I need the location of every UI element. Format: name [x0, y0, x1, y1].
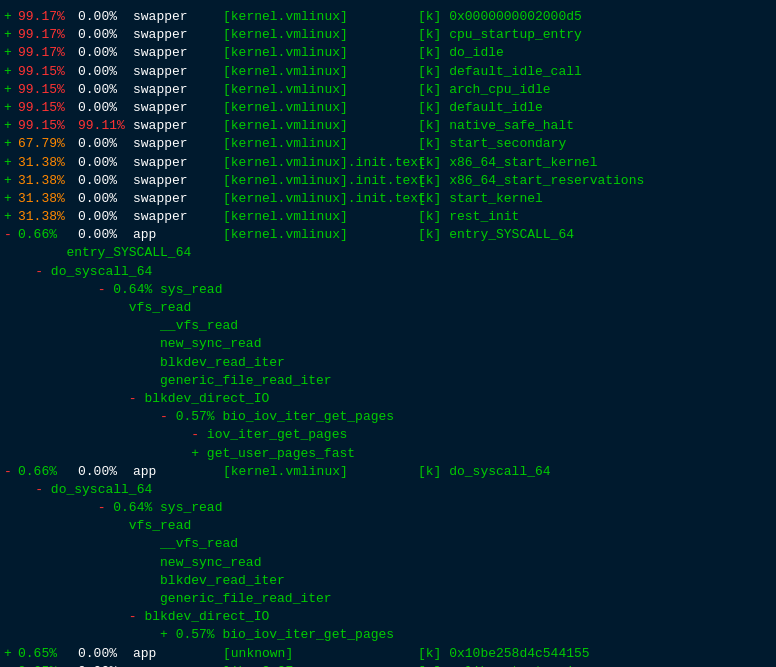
- row-children: 31.38%: [18, 154, 78, 172]
- row-prefix: +: [4, 208, 18, 226]
- row-prefix: -: [4, 463, 18, 481]
- list-item: __vfs_read: [0, 535, 776, 553]
- row-self: 0.00%: [78, 44, 133, 62]
- table-row[interactable]: + 99.17% 0.00% swapper [kernel.vmlinux] …: [0, 44, 776, 62]
- row-prefix: +: [4, 172, 18, 190]
- row-command: swapper: [133, 63, 223, 81]
- row-self: 0.00%: [78, 463, 133, 481]
- table-row[interactable]: + 31.38% 0.00% swapper [kernel.vmlinux].…: [0, 154, 776, 172]
- row-shared: [kernel.vmlinux]: [223, 463, 418, 481]
- row-shared: [kernel.vmlinux]: [223, 117, 418, 135]
- table-row[interactable]: + 99.17% 0.00% swapper [kernel.vmlinux] …: [0, 8, 776, 26]
- row-prefix: +: [4, 190, 18, 208]
- table-row[interactable]: + 31.38% 0.00% swapper [kernel.vmlinux].…: [0, 190, 776, 208]
- row-shared: [unknown]: [223, 645, 418, 663]
- table-row[interactable]: + 99.15% 0.00% swapper [kernel.vmlinux] …: [0, 81, 776, 99]
- row-symbol: [k] do_syscall_64: [418, 463, 772, 481]
- row-shared: [kernel.vmlinux]: [223, 8, 418, 26]
- list-item: - blkdev_direct_IO: [0, 608, 776, 626]
- row-shared: [kernel.vmlinux]: [223, 44, 418, 62]
- row-prefix: +: [4, 645, 18, 663]
- list-item: blkdev_read_iter: [0, 354, 776, 372]
- table-row[interactable]: + 0.65% 0.00% app libc-2.27.so [.] __lib…: [0, 663, 776, 667]
- row-children: 99.17%: [18, 26, 78, 44]
- row-shared: libc-2.27.so: [223, 663, 418, 667]
- row-self: 0.00%: [78, 226, 133, 244]
- row-symbol: [k] 0x0000000002000d5: [418, 8, 772, 26]
- tree-block-2: - do_syscall_64 - 0.64% sys_read vfs_rea…: [0, 481, 776, 645]
- row-command: app: [133, 663, 223, 667]
- row-prefix: -: [4, 226, 18, 244]
- list-item: - do_syscall_64: [0, 481, 776, 499]
- list-item: vfs_read: [0, 299, 776, 317]
- list-item: - 0.64% sys_read: [0, 281, 776, 299]
- row-self: 0.00%: [78, 663, 133, 667]
- row-self: 0.00%: [78, 172, 133, 190]
- row-symbol: [k] start_secondary: [418, 135, 772, 153]
- row-children: 99.15%: [18, 81, 78, 99]
- list-item: - do_syscall_64: [0, 263, 776, 281]
- table-row[interactable]: + 99.17% 0.00% swapper [kernel.vmlinux] …: [0, 26, 776, 44]
- row-prefix: +: [4, 154, 18, 172]
- row-self: 0.00%: [78, 63, 133, 81]
- row-self: 0.00%: [78, 190, 133, 208]
- row-shared: [kernel.vmlinux]: [223, 226, 418, 244]
- table-row[interactable]: + 31.38% 0.00% swapper [kernel.vmlinux] …: [0, 208, 776, 226]
- row-command: swapper: [133, 208, 223, 226]
- list-item: entry_SYSCALL_64: [0, 244, 776, 262]
- row-symbol: [k] start_kernel: [418, 190, 772, 208]
- row-prefix: +: [4, 44, 18, 62]
- row-symbol: [k] x86_64_start_kernel: [418, 154, 772, 172]
- row-shared: [kernel.vmlinux]: [223, 26, 418, 44]
- row-prefix: +: [4, 117, 18, 135]
- row-self: 0.00%: [78, 135, 133, 153]
- row-symbol: [k] do_idle: [418, 44, 772, 62]
- row-self: 0.00%: [78, 208, 133, 226]
- row-children: 99.15%: [18, 117, 78, 135]
- list-item: generic_file_read_iter: [0, 590, 776, 608]
- row-children: 31.38%: [18, 208, 78, 226]
- row-self: 99.11%: [78, 117, 133, 135]
- row-shared: [kernel.vmlinux]: [223, 99, 418, 117]
- row-shared: [kernel.vmlinux]: [223, 81, 418, 99]
- row-command: swapper: [133, 81, 223, 99]
- row-self: 0.00%: [78, 99, 133, 117]
- row-children: 0.65%: [18, 645, 78, 663]
- table-row[interactable]: + 99.15% 99.11% swapper [kernel.vmlinux]…: [0, 117, 776, 135]
- row-command: app: [133, 463, 223, 481]
- row-self: 0.00%: [78, 81, 133, 99]
- table-row[interactable]: - 0.66% 0.00% app [kernel.vmlinux] [k] d…: [0, 463, 776, 481]
- row-prefix: +: [4, 63, 18, 81]
- table-row[interactable]: + 31.38% 0.00% swapper [kernel.vmlinux].…: [0, 172, 776, 190]
- row-prefix: +: [4, 8, 18, 26]
- row-self: 0.00%: [78, 26, 133, 44]
- table-row[interactable]: + 0.65% 0.00% app [unknown] [k] 0x10be25…: [0, 645, 776, 663]
- row-children: 67.79%: [18, 135, 78, 153]
- row-shared: [kernel.vmlinux].init.text: [223, 154, 418, 172]
- list-item: new_sync_read: [0, 554, 776, 572]
- table-row[interactable]: + 99.15% 0.00% swapper [kernel.vmlinux] …: [0, 99, 776, 117]
- row-children: 0.66%: [18, 463, 78, 481]
- table-row[interactable]: - 0.66% 0.00% app [kernel.vmlinux] [k] e…: [0, 226, 776, 244]
- row-command: app: [133, 645, 223, 663]
- row-symbol: [k] entry_SYSCALL_64: [418, 226, 772, 244]
- row-symbol: [k] default_idle_call: [418, 63, 772, 81]
- row-shared: [kernel.vmlinux]: [223, 208, 418, 226]
- table-row[interactable]: + 67.79% 0.00% swapper [kernel.vmlinux] …: [0, 135, 776, 153]
- tree-block-1: entry_SYSCALL_64 - do_syscall_64 - 0.64%…: [0, 244, 776, 462]
- row-symbol: [k] native_safe_halt: [418, 117, 772, 135]
- table-row[interactable]: + 99.15% 0.00% swapper [kernel.vmlinux] …: [0, 63, 776, 81]
- list-item: generic_file_read_iter: [0, 372, 776, 390]
- row-shared: [kernel.vmlinux]: [223, 63, 418, 81]
- row-children: 31.38%: [18, 172, 78, 190]
- row-prefix: +: [4, 81, 18, 99]
- row2-entry: - 0.66% 0.00% app [kernel.vmlinux] [k] d…: [0, 463, 776, 481]
- row-command: swapper: [133, 135, 223, 153]
- list-item: + get_user_pages_fast: [0, 445, 776, 463]
- row-command: app: [133, 226, 223, 244]
- row-children: 31.38%: [18, 190, 78, 208]
- row-self: 0.00%: [78, 154, 133, 172]
- row-command: swapper: [133, 154, 223, 172]
- list-item: - iov_iter_get_pages: [0, 426, 776, 444]
- row-children: 0.65%: [18, 663, 78, 667]
